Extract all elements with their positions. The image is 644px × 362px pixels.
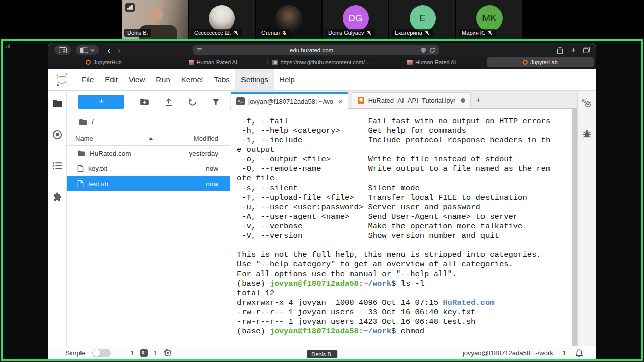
dock-tab-bar: $_ jovyan@f180712ada58: ~/wo × HuRated_A… — [230, 90, 577, 109]
participant-name: Степан — [261, 30, 280, 36]
upload-icon[interactable] — [165, 98, 173, 106]
kernel-chip-icon[interactable] — [164, 349, 172, 357]
terminal-tab[interactable]: $_ jovyan@f180712ada58: ~/wo × — [231, 92, 348, 109]
presenter-name-badge: Denis B. — [307, 350, 337, 358]
terminal-icon: $_ — [236, 97, 245, 105]
file-row-hurated-com[interactable]: HuRated.com yesterday — [67, 146, 230, 161]
file-browser-icon[interactable] — [52, 99, 62, 108]
filter-icon[interactable] — [212, 98, 220, 106]
property-inspector-icon[interactable] — [582, 99, 592, 108]
menubar-signal-icon — [6, 44, 10, 48]
file-icon — [77, 180, 84, 188]
forward-button[interactable]: › — [114, 45, 124, 55]
hurated-favicon — [407, 60, 413, 65]
menu-edit[interactable]: Edit — [99, 69, 123, 90]
share-icon[interactable] — [557, 46, 564, 54]
reload-icon[interactable] — [429, 47, 435, 53]
bell-icon[interactable] — [575, 349, 583, 357]
avatar — [275, 5, 302, 32]
address-bar[interactable]: edu.hurated.com — [193, 45, 439, 55]
avatar-initials: DG — [343, 5, 369, 31]
file-browser-panel: + / Name — [67, 90, 230, 346]
jupyter-logo — [55, 73, 70, 87]
reader-icon[interactable] — [197, 47, 202, 53]
browser-tab-jupyterhub[interactable]: JupyterHub — [50, 57, 157, 67]
participant-tile-denis-b[interactable]: Denis B. — [122, 0, 188, 39]
chevron-down-icon — [90, 49, 95, 52]
participant-tile-3[interactable]: Степан — [256, 0, 321, 39]
notification-count[interactable]: 1 — [562, 349, 566, 357]
table-of-contents-icon[interactable] — [52, 162, 62, 170]
file-row-test-sh[interactable]: test.sh now — [67, 176, 230, 191]
participant-name: Denis Gulyaev — [328, 30, 364, 36]
terminal-scrollbar[interactable] — [572, 109, 577, 346]
unsaved-changes-dot — [461, 98, 465, 103]
browser-tab-human-rated-ai-1[interactable]: Human-Rated AI — [159, 57, 267, 67]
back-button[interactable]: ‹ — [104, 45, 114, 55]
jupyter-favicon — [86, 60, 91, 65]
browser-tab-raw-githubusercontent[interactable]: G https://raw.githubusercontent.com/Huma… — [268, 57, 376, 67]
sidebar-icon — [80, 47, 88, 53]
mic-muted-icon — [233, 30, 239, 36]
refresh-icon[interactable] — [188, 98, 197, 106]
tab-group-button[interactable] — [54, 45, 71, 55]
file-icon — [77, 165, 84, 172]
extension-manager-icon[interactable] — [52, 192, 62, 202]
privacy-shield-icon[interactable] — [421, 47, 426, 53]
mic-muted-icon — [487, 30, 493, 36]
menu-kernel[interactable]: Kernel — [176, 69, 208, 90]
jupyterlab-app: File Edit View Run Kernel Tabs Settings … — [48, 69, 596, 359]
participant-badge: Степан — [258, 29, 290, 37]
sidebar-toggle[interactable] — [76, 45, 99, 55]
participant-tile-2[interactable]: Cccccccccc Ш. — [189, 0, 255, 39]
home-folder-icon[interactable] — [79, 119, 87, 125]
close-icon[interactable]: × — [338, 97, 343, 106]
mic-muted-icon — [282, 30, 287, 36]
tab-overview-icon[interactable] — [583, 47, 590, 53]
menu-file[interactable]: File — [76, 69, 99, 90]
participant-name: Cccccccccc Ш. — [194, 30, 231, 36]
browser-tab-jupyterlab[interactable]: JupyterLab — [487, 57, 594, 67]
participant-tile-5[interactable]: E Екатерина — [389, 0, 455, 39]
session-label[interactable]: jovyan@f180712ada58: ~/work — [463, 349, 553, 357]
new-tab-button[interactable]: + — [571, 46, 576, 54]
column-modified[interactable]: Modified — [194, 135, 230, 142]
participant-badge: Мария К. — [459, 29, 496, 37]
video-call-app: Denis B. Cccccccccc Ш. Степан DG Denis G… — [0, 0, 644, 362]
add-tab-button[interactable]: + — [471, 95, 486, 106]
browser-toolbar: ‹ › edu.hurated.com + — [48, 43, 596, 57]
avatar-initials: E — [410, 5, 436, 31]
notebook-tab[interactable]: HuRated_AI_API_Tutorial.ipyr — [352, 92, 471, 108]
browser-tab-human-rated-ai-2[interactable]: Human-Rated AI — [378, 57, 486, 67]
terminal-count[interactable]: 1 — [131, 349, 134, 357]
kernel-count[interactable]: 1 — [154, 349, 157, 357]
running-sessions-icon[interactable] — [52, 130, 62, 140]
breadcrumb-path[interactable]: / — [92, 118, 94, 126]
breadcrumb: / — [67, 113, 230, 131]
participant-name: Мария К. — [462, 30, 485, 36]
new-launcher-button[interactable]: + — [78, 95, 124, 109]
file-browser-toolbar: + — [67, 90, 230, 113]
participant-tile-6[interactable]: MK Мария К. — [456, 0, 522, 39]
avatar — [209, 5, 235, 31]
terminal-status-icon[interactable]: $_ — [140, 349, 148, 357]
contact-card-icon — [59, 47, 67, 53]
participant-badge: Екатерина — [392, 29, 433, 37]
simple-mode-toggle[interactable] — [92, 349, 111, 357]
debugger-bug-icon[interactable] — [583, 129, 591, 138]
file-row-key-txt[interactable]: key.txt now — [67, 161, 230, 176]
menu-view[interactable]: View — [123, 69, 150, 90]
menu-tabs[interactable]: Tabs — [208, 69, 235, 90]
participant-tile-4[interactable]: DG Denis Gulyaev — [323, 0, 388, 39]
folder-icon — [77, 150, 85, 156]
participant-badge: Denis Gulyaev — [325, 29, 375, 37]
menu-run[interactable]: Run — [150, 69, 176, 90]
notebook-icon — [357, 97, 365, 104]
menu-settings[interactable]: Settings — [235, 69, 274, 90]
new-folder-icon[interactable] — [140, 98, 149, 106]
activity-bar — [48, 90, 67, 346]
terminal-output[interactable]: -f, --fail Fail fast with no output on H… — [230, 109, 572, 346]
participant-badge: Cccccccccc Ш. — [191, 29, 242, 37]
menu-help[interactable]: Help — [274, 69, 300, 90]
column-name[interactable]: Name — [67, 135, 93, 142]
